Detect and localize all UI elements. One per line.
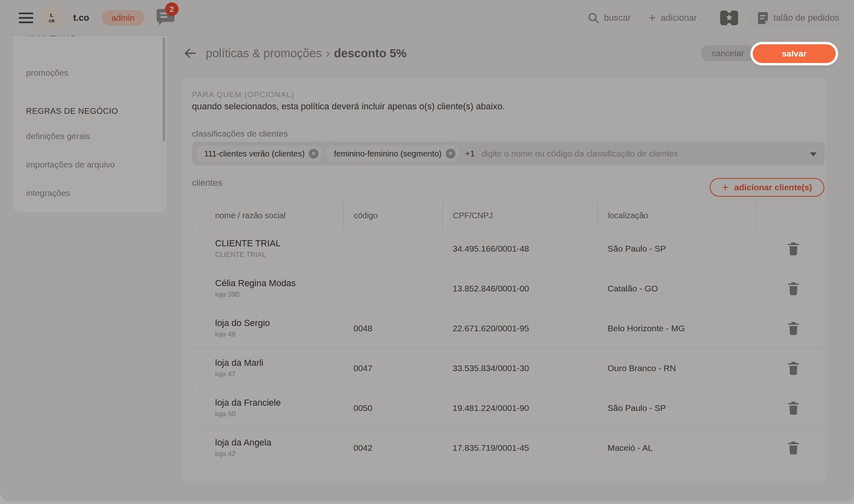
- cell-actions: [756, 360, 824, 376]
- favorites-ticket-button[interactable]: [720, 10, 739, 26]
- section-description: quando selecionados, esta política dever…: [192, 101, 505, 112]
- sidebar-item-definicoes-gerais[interactable]: definições gerais: [26, 131, 90, 141]
- hamburger-menu-icon[interactable]: [19, 13, 33, 23]
- chip-label: 111-clientes verão (clientes): [204, 149, 305, 159]
- cell-name: loja da Angela loja 42: [192, 437, 343, 458]
- delete-client-button[interactable]: [787, 241, 804, 257]
- cell-actions: [756, 400, 824, 416]
- cell-location: Ouro Branco - RN: [597, 363, 756, 373]
- client-subtitle: loja 48: [215, 330, 343, 339]
- cell-location: Catalão - GO: [597, 284, 756, 293]
- cell-name: Célia Regina Modas loja 390: [192, 278, 343, 299]
- column-name: nome / razão social: [192, 202, 343, 228]
- add-label: adicionar: [661, 13, 697, 23]
- client-subtitle: loja 390: [215, 291, 343, 299]
- classifications-select[interactable]: 111-clientes verão (clientes) × feminino…: [192, 142, 825, 165]
- trash-icon: [787, 242, 800, 256]
- delete-client-button[interactable]: [787, 320, 804, 337]
- trash-icon: [787, 282, 800, 295]
- order-pad-label: talão de pedidos: [773, 13, 839, 23]
- cell-location: Maceió - AL: [597, 443, 756, 453]
- cell-cpf-cnpj: 19.481.224/0001-90: [442, 403, 597, 413]
- topbar: t. co t.co admin 2 buscar + adicionar: [0, 0, 854, 36]
- cell-name: loja da Marli loja 47: [192, 358, 343, 378]
- delete-client-button[interactable]: [787, 440, 804, 456]
- cancel-button[interactable]: cancelar: [701, 45, 755, 61]
- search-label: buscar: [604, 13, 631, 23]
- back-arrow-icon[interactable]: [184, 47, 197, 60]
- save-button[interactable]: salvar: [753, 44, 836, 63]
- clients-table: nome / razão social código CPF/CNPJ loca…: [192, 202, 825, 468]
- search-button[interactable]: buscar: [588, 0, 631, 36]
- table-row: loja da Angela loja 42 0042 17.835.719/0…: [192, 428, 824, 467]
- cell-location: São Paulo - SP: [597, 244, 756, 254]
- table-row: CLIENTE TRIAL CLIENTE TRIAL 34.495.166/0…: [192, 228, 824, 268]
- table-header: nome / razão social código CPF/CNPJ loca…: [192, 202, 824, 228]
- cell-actions: [756, 241, 824, 257]
- delete-client-button[interactable]: [787, 360, 804, 376]
- sidebar-section-regras-de-negocio: REGRAS DE NEGÓCIO: [26, 106, 118, 116]
- order-pad-button[interactable]: talão de pedidos: [748, 8, 848, 28]
- sidebar: MARKETING promoções REGRAS DE NEGÓCIO de…: [13, 36, 167, 213]
- table-row: loja da Franciele loja 50 0050 19.481.22…: [192, 388, 824, 428]
- brand-name: t.co: [73, 13, 89, 23]
- app-canvas: t. co t.co admin 2 buscar + adicionar: [0, 0, 854, 502]
- add-client-button[interactable]: + adicionar cliente(s): [710, 178, 824, 197]
- breadcrumb: políticas & promoções›desconto 5%: [206, 47, 407, 60]
- client-subtitle: loja 47: [215, 370, 343, 378]
- chip-remove-icon[interactable]: ×: [309, 149, 318, 159]
- sidebar-item-importacoes-de-arquivo[interactable]: importações de arquivo: [26, 159, 115, 170]
- cell-actions: [756, 280, 824, 297]
- ticket-star-icon: [720, 10, 739, 26]
- cell-name: CLIENTE TRIAL CLIENTE TRIAL: [192, 238, 343, 259]
- chevron-down-icon[interactable]: [810, 152, 817, 156]
- client-name: loja do Sergio: [215, 318, 343, 328]
- clients-label: clientes: [192, 178, 222, 188]
- table-row: loja da Marli loja 47 0047 33.535.834/00…: [192, 348, 824, 388]
- cell-cpf-cnpj: 34.495.166/0001-48: [442, 244, 597, 254]
- table-body: CLIENTE TRIAL CLIENTE TRIAL 34.495.166/0…: [192, 228, 824, 467]
- cell-actions: [756, 440, 824, 456]
- delete-client-button[interactable]: [787, 400, 804, 416]
- search-icon: [588, 12, 599, 24]
- chat-button[interactable]: 2: [156, 8, 180, 30]
- client-name: loja da Angela: [215, 437, 343, 448]
- client-subtitle: loja 50: [215, 410, 343, 418]
- content-card: PARA QUEM (OPCIONAL) quando selecionados…: [181, 78, 826, 481]
- classification-chip: feminino-feminino (segmento) ×: [326, 146, 459, 162]
- cell-actions: [756, 320, 824, 337]
- client-subtitle: CLIENTE TRIAL: [215, 251, 343, 259]
- column-cpf-cnpj: CPF/CNPJ: [442, 202, 597, 228]
- receipt-icon: [757, 12, 769, 24]
- chips-more-count: +1: [465, 149, 475, 159]
- cell-cpf-cnpj: 17.835.719/0001-45: [442, 443, 597, 453]
- add-button[interactable]: + adicionar: [649, 0, 697, 36]
- table-row: loja do Sergio loja 48 0048 22.671.620/0…: [192, 308, 824, 348]
- breadcrumb-separator: ›: [326, 47, 330, 60]
- classifications-placeholder: digite o nome ou código da classificação…: [481, 149, 678, 159]
- chip-remove-icon[interactable]: ×: [446, 149, 455, 159]
- client-name: loja da Franciele: [215, 398, 343, 408]
- trash-icon: [787, 361, 800, 375]
- sidebar-scrollbar[interactable]: [163, 37, 165, 141]
- page-header: políticas & promoções›desconto 5%: [184, 43, 407, 64]
- sidebar-item-integracoes[interactable]: integrações: [26, 188, 70, 198]
- classifications-label: classificações de clientes: [192, 129, 288, 139]
- chat-unread-badge: 2: [165, 2, 179, 16]
- delete-client-button[interactable]: [787, 280, 804, 297]
- cell-location: São Paulo - SP: [597, 403, 756, 413]
- sidebar-item-promocoes[interactable]: promoções: [26, 67, 68, 78]
- cell-code: 0048: [343, 324, 442, 333]
- cell-location: Belo Horizonte - MG: [597, 324, 756, 333]
- section-title: PARA QUEM (OPCIONAL): [192, 90, 294, 99]
- chip-label: feminino-feminino (segmento): [334, 149, 442, 159]
- breadcrumb-current: desconto 5%: [334, 47, 407, 60]
- column-location: localização: [597, 202, 756, 228]
- breadcrumb-parent[interactable]: políticas & promoções: [206, 47, 322, 60]
- column-actions: [756, 202, 824, 228]
- trash-icon: [787, 441, 800, 455]
- classification-chip: 111-clientes verão (clientes) ×: [196, 146, 322, 162]
- cell-cpf-cnpj: 33.535.834/0001-30: [442, 363, 597, 373]
- client-name: CLIENTE TRIAL: [215, 238, 343, 249]
- sidebar-section-marketing: MARKETING: [26, 36, 76, 39]
